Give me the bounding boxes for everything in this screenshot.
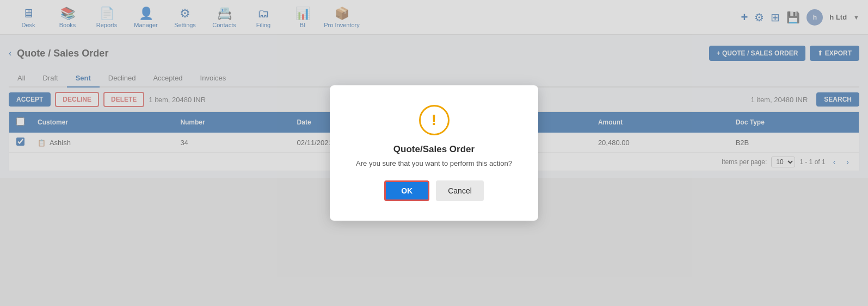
modal-title: Quote/Sales Order — [356, 144, 512, 155]
modal-overlay: ! Quote/Sales Order Are you sure that yo… — [0, 0, 868, 306]
ok-button[interactable]: OK — [384, 180, 429, 201]
modal-message: Are you sure that you want to perform th… — [356, 159, 512, 167]
warning-icon: ! — [419, 105, 450, 135]
modal-actions: OK Cancel — [356, 180, 512, 201]
cancel-button[interactable]: Cancel — [436, 180, 484, 201]
confirmation-modal: ! Quote/Sales Order Are you sure that yo… — [330, 85, 538, 221]
